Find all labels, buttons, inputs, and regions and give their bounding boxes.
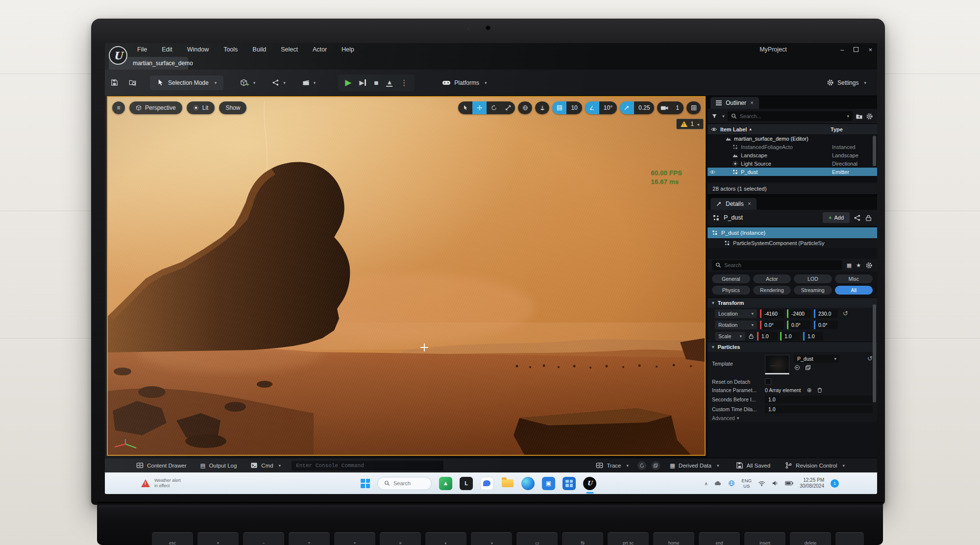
outliner-row-light-source[interactable]: Light Source Directional: [708, 159, 877, 168]
network-globe-icon[interactable]: [728, 480, 735, 487]
close-icon[interactable]: ×: [750, 99, 754, 106]
reset-on-detach-checkbox[interactable]: [765, 378, 771, 385]
menu-help[interactable]: Help: [342, 46, 354, 53]
rotation-y-field[interactable]: 0.0°: [787, 321, 811, 329]
trace-dropdown[interactable]: Trace ▾: [596, 462, 629, 469]
eye-icon[interactable]: [710, 169, 715, 175]
menu-file[interactable]: File: [137, 46, 147, 53]
outliner-search[interactable]: ▾: [728, 111, 853, 121]
key-f9[interactable]: f9: [562, 532, 603, 545]
details-search[interactable]: [712, 260, 842, 270]
derived-data-dropdown[interactable]: ▦ Derived Data ▾: [670, 462, 719, 469]
perspective-dropdown[interactable]: Perspective: [129, 101, 182, 114]
viewport-options-button[interactable]: ≡: [112, 101, 125, 114]
move-tool-button[interactable]: [472, 101, 487, 114]
key-insert[interactable]: insert: [744, 532, 785, 545]
wifi-icon[interactable]: [758, 481, 765, 486]
display-options-icon[interactable]: ▦: [847, 262, 852, 269]
reset-template-button[interactable]: ↺: [867, 355, 873, 362]
category-rendering[interactable]: Rendering: [753, 286, 791, 295]
close-button[interactable]: ×: [868, 46, 872, 53]
scale-snap-toggle[interactable]: [620, 101, 634, 114]
select-tool-button[interactable]: [458, 101, 472, 114]
seconds-before-field[interactable]: 1.0: [765, 396, 873, 403]
reset-location-button[interactable]: ↺: [843, 310, 848, 317]
details-search-input[interactable]: [724, 262, 839, 268]
menu-select[interactable]: Select: [281, 46, 298, 53]
tab-details[interactable]: Details ×: [710, 198, 757, 210]
cmd-dropdown[interactable]: Cmd ▾: [250, 462, 281, 469]
key-esc[interactable]: esc: [152, 532, 193, 545]
cinematics-dropdown[interactable]: ▾: [302, 79, 316, 86]
key-mic-mute[interactable]: •: [334, 532, 375, 545]
key-end[interactable]: end: [699, 532, 740, 545]
close-icon[interactable]: ×: [748, 200, 751, 207]
clock[interactable]: 12:25 PM 30/08/2024: [800, 477, 824, 490]
taskbar-search[interactable]: [377, 477, 432, 490]
location-y-field[interactable]: -2400: [787, 309, 811, 318]
rotation-x-field[interactable]: 0.0°: [760, 321, 784, 329]
dark-app-icon[interactable]: L: [460, 477, 473, 490]
store-app-icon[interactable]: ▣: [542, 477, 555, 490]
console-command-box[interactable]: [292, 461, 443, 471]
lock-icon[interactable]: [748, 333, 754, 339]
eject-button[interactable]: ▲: [386, 79, 392, 87]
folder-plus-icon[interactable]: [856, 113, 863, 120]
category-general[interactable]: General: [712, 274, 750, 283]
outliner-row-p-dust[interactable]: P_dust Emitter: [708, 168, 877, 176]
key-print-screen[interactable]: prt sc: [608, 532, 649, 545]
surface-snapping-button[interactable]: [535, 101, 549, 114]
weather-widget[interactable]: Weather alert in effect: [141, 478, 181, 489]
category-all[interactable]: All: [835, 286, 873, 295]
settings-dropdown[interactable]: Settings ▾: [827, 79, 866, 86]
trash-icon[interactable]: [817, 387, 823, 393]
scale-dropdown[interactable]: Scale▾: [715, 332, 745, 341]
camera-speed-button[interactable]: [657, 101, 671, 114]
platforms-dropdown[interactable]: Platforms ▾: [442, 79, 487, 86]
file-explorer-icon[interactable]: [501, 477, 514, 490]
gear-icon[interactable]: [865, 262, 873, 269]
menu-window[interactable]: Window: [187, 46, 209, 53]
unreal-engine-taskbar-icon[interactable]: U: [583, 477, 596, 490]
scale-x-field[interactable]: 1.0: [757, 332, 777, 341]
scale-tool-button[interactable]: [501, 101, 515, 114]
template-thumbnail[interactable]: [765, 355, 789, 374]
rotate-tool-button[interactable]: [487, 101, 501, 114]
scale-y-field[interactable]: 1.0: [780, 332, 800, 341]
transform-section-header[interactable]: ▾ Transform: [708, 297, 877, 308]
browse-to-asset-icon[interactable]: [805, 365, 811, 371]
key-brightness-down[interactable]: ◐: [425, 532, 466, 545]
outliner-scrollbar[interactable]: [873, 136, 876, 166]
location-z-field[interactable]: 230.0: [814, 309, 838, 318]
notification-badge[interactable]: 1: [831, 479, 839, 488]
grid-snap-value[interactable]: 10: [566, 101, 582, 114]
outliner-search-input[interactable]: [740, 113, 842, 119]
widgets-app-icon[interactable]: ▲: [439, 477, 452, 490]
maximize-viewport-button[interactable]: [686, 101, 701, 114]
lock-icon[interactable]: [865, 214, 872, 222]
play-button[interactable]: ▶: [345, 78, 351, 87]
particles-section-header[interactable]: ▾ Particles: [708, 342, 877, 352]
viewport-warning-badge[interactable]: 1 ◂: [676, 119, 704, 129]
selection-mode-dropdown[interactable]: Selection Mode ▾: [150, 75, 223, 90]
add-element-button[interactable]: ⊕: [807, 387, 812, 394]
outliner-row-world[interactable]: martian_surface_demo (Editor): [708, 134, 877, 143]
outliner-row-landscape[interactable]: Landscape Landscape: [708, 151, 877, 159]
key-backlight[interactable]: ≡: [380, 532, 421, 545]
volume-icon[interactable]: [772, 480, 779, 486]
use-selected-asset-icon[interactable]: [794, 365, 800, 371]
menu-edit[interactable]: Edit: [162, 46, 172, 53]
stop-button[interactable]: ■: [374, 79, 378, 86]
battery-icon[interactable]: [785, 481, 793, 486]
blueprint-nodes-icon[interactable]: [854, 214, 861, 222]
maximize-button[interactable]: [854, 47, 858, 52]
rotation-z-field[interactable]: 0.0°: [814, 321, 838, 329]
key-partial[interactable]: [835, 532, 864, 545]
category-actor[interactable]: Actor: [753, 274, 791, 283]
save-button[interactable]: [111, 79, 118, 86]
play-options-button[interactable]: ⋮: [400, 78, 408, 87]
minimize-button[interactable]: –: [840, 46, 844, 53]
frame-skip-button[interactable]: ▶: [359, 79, 366, 86]
tab-outliner[interactable]: Outliner ×: [710, 97, 759, 109]
advanced-expander[interactable]: Advanced ▾: [708, 414, 877, 422]
